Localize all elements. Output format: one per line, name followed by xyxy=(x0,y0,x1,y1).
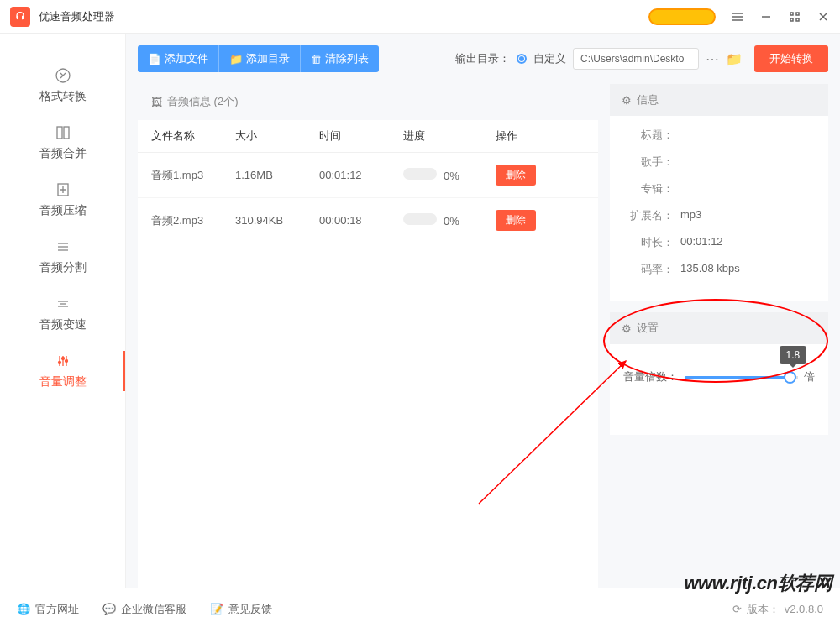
volume-label: 音量倍数： xyxy=(623,369,678,384)
merge-icon xyxy=(55,124,71,141)
sidebar: 格式转换 音频合并 音频压缩 音频分割 音频变速 音量调整 xyxy=(0,34,126,588)
sidebar-item-volume[interactable]: 音量调整 xyxy=(0,343,125,400)
col-op: 操作 xyxy=(496,128,585,144)
cell-name: 音频1.mp3 xyxy=(151,168,235,183)
feedback-icon: 📝 xyxy=(210,603,223,615)
version-label: 版本： xyxy=(747,602,780,617)
globe-icon: 🌐 xyxy=(17,603,30,615)
version-value: v2.0.8.0 xyxy=(785,603,823,615)
gear-icon: ⚙ xyxy=(622,322,632,335)
info-duration-label: 时长： xyxy=(623,235,674,250)
info-artist-label: 歌手： xyxy=(623,154,674,170)
cell-progress: 0% xyxy=(403,213,496,227)
sidebar-item-speed[interactable]: 音频变速 xyxy=(0,285,125,343)
info-card: ⚙信息 标题： 歌手： 专辑： 扩展名：mp3 时长：00:01:12 码率：1… xyxy=(610,84,828,301)
sidebar-item-label: 音频分割 xyxy=(39,260,87,275)
decoration-pill xyxy=(648,8,716,25)
add-file-button[interactable]: 📄添加文件 xyxy=(138,45,218,72)
cell-size: 1.16MB xyxy=(235,169,319,181)
svg-point-24 xyxy=(61,358,64,360)
col-time: 时间 xyxy=(319,128,403,144)
cell-time: 00:00:18 xyxy=(319,214,403,227)
image-icon: 🖼 xyxy=(151,96,162,108)
table-header: 文件名称 大小 时间 进度 操作 xyxy=(138,120,598,153)
sidebar-item-label: 音量调整 xyxy=(39,374,87,390)
svg-rect-11 xyxy=(57,127,62,139)
support-icon: 💬 xyxy=(102,603,116,615)
col-size: 大小 xyxy=(235,128,319,144)
add-dir-button[interactable]: 📁添加目录 xyxy=(218,45,300,72)
svg-rect-4 xyxy=(790,13,793,15)
file-icon: 📄 xyxy=(148,53,161,65)
sidebar-item-compress[interactable]: 音频压缩 xyxy=(0,171,125,228)
volume-unit: 倍 xyxy=(804,369,815,384)
output-label: 输出目录： xyxy=(455,51,510,66)
svg-point-25 xyxy=(65,360,67,363)
cell-size: 310.94KB xyxy=(235,214,319,227)
cell-time: 00:01:12 xyxy=(319,169,403,181)
sidebar-item-label: 音频压缩 xyxy=(39,203,87,218)
custom-label: 自定义 xyxy=(533,51,566,66)
support-link[interactable]: 💬企业微信客服 xyxy=(102,602,186,617)
official-site-link[interactable]: 🌐官方网址 xyxy=(17,602,79,617)
col-name: 文件名称 xyxy=(151,128,235,144)
cell-progress: 0% xyxy=(403,168,496,182)
start-button[interactable]: 开始转换 xyxy=(754,45,828,72)
sidebar-item-merge[interactable]: 音频合并 xyxy=(0,114,125,171)
split-icon xyxy=(55,238,71,255)
delete-button[interactable]: 删除 xyxy=(496,210,536,231)
hamburger-icon[interactable] xyxy=(731,10,744,24)
info-duration-value: 00:01:12 xyxy=(680,235,723,250)
folder-open-icon[interactable]: 📁 xyxy=(726,51,743,67)
more-icon[interactable]: ⋯ xyxy=(706,51,719,67)
table-row[interactable]: 音频1.mp3 1.16MB 00:01:12 0% 删除 xyxy=(138,153,598,198)
refresh-icon[interactable]: ⟳ xyxy=(732,603,742,615)
convert-icon xyxy=(55,67,71,84)
folder-icon: 📁 xyxy=(229,53,243,65)
info-bitrate-value: 135.08 kbps xyxy=(680,262,740,277)
info-album-label: 专辑： xyxy=(623,181,674,196)
info-bitrate-label: 码率： xyxy=(623,262,674,277)
main-area: 📄添加文件 📁添加目录 🗑清除列表 输出目录： 自定义 ⋯ 📁 开始转换 🖼 音… xyxy=(126,34,840,588)
sidebar-item-label: 音频变速 xyxy=(39,317,87,332)
delete-button[interactable]: 删除 xyxy=(496,165,536,186)
sidebar-item-format[interactable]: 格式转换 xyxy=(0,57,125,114)
slider-tooltip: 1.8 xyxy=(780,346,807,364)
settings-card: ⚙设置 音量倍数： 1.8 倍 xyxy=(610,312,828,435)
info-title-label: 标题： xyxy=(623,128,674,143)
file-panel: 🖼 音频信息 (2个) 文件名称 大小 时间 进度 操作 音频1.mp3 1.1… xyxy=(138,84,598,588)
svg-rect-6 xyxy=(790,18,793,21)
sidebar-item-split[interactable]: 音频分割 xyxy=(0,228,125,285)
svg-point-23 xyxy=(58,362,60,364)
compress-icon xyxy=(55,181,71,198)
slider-thumb[interactable] xyxy=(784,371,796,384)
trash-icon: 🗑 xyxy=(311,53,322,65)
gear-icon: ⚙ xyxy=(622,94,632,107)
watermark: www.rjtj.cn软荐网 xyxy=(684,571,832,596)
app-title: 优速音频处理器 xyxy=(39,9,115,24)
svg-rect-7 xyxy=(796,18,799,21)
table-row[interactable]: 音频2.mp3 310.94KB 00:00:18 0% 删除 xyxy=(138,198,598,243)
feedback-link[interactable]: 📝意见反馈 xyxy=(210,602,272,617)
sidebar-item-label: 音频合并 xyxy=(39,146,87,161)
minimize-icon[interactable] xyxy=(759,10,773,24)
toolbar: 📄添加文件 📁添加目录 🗑清除列表 输出目录： 自定义 ⋯ 📁 开始转换 xyxy=(138,45,828,72)
close-icon[interactable] xyxy=(816,10,830,24)
volume-icon xyxy=(55,353,71,369)
info-ext-label: 扩展名： xyxy=(623,208,674,223)
volume-slider[interactable]: 1.8 xyxy=(685,376,797,379)
clear-button[interactable]: 🗑清除列表 xyxy=(300,45,379,72)
speed-icon xyxy=(55,295,71,312)
output-path-input[interactable] xyxy=(573,48,699,70)
right-panel: ⚙信息 标题： 歌手： 专辑： 扩展名：mp3 时长：00:01:12 码率：1… xyxy=(610,84,828,588)
cell-name: 音频2.mp3 xyxy=(151,213,235,228)
file-panel-header: 🖼 音频信息 (2个) xyxy=(138,84,598,120)
maximize-icon[interactable] xyxy=(788,10,801,24)
sidebar-item-label: 格式转换 xyxy=(39,89,87,104)
svg-rect-12 xyxy=(64,127,69,139)
custom-radio[interactable] xyxy=(517,54,527,64)
info-ext-value: mp3 xyxy=(680,208,701,223)
svg-rect-5 xyxy=(796,13,799,15)
titlebar: 优速音频处理器 xyxy=(0,0,840,34)
app-logo xyxy=(10,7,30,27)
